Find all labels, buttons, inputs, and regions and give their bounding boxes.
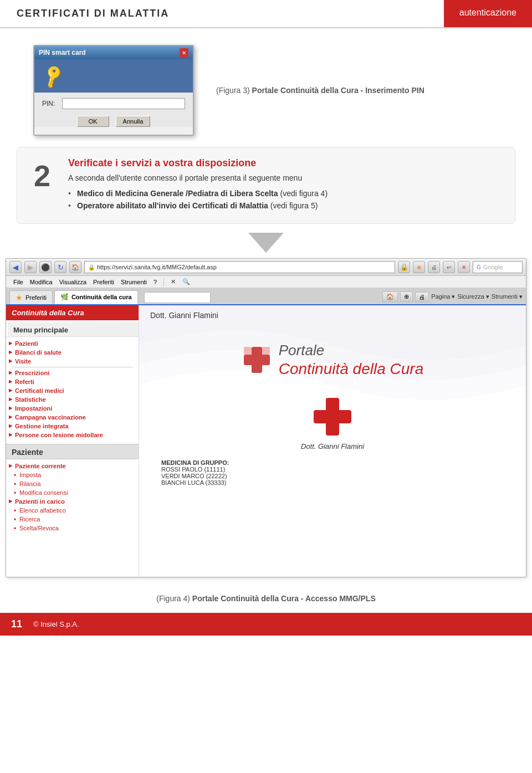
medicina-info: MEDICINA DI GRUPPO: ROSSI PAOLO (11111) … (161, 459, 229, 486)
figure4-caption: (Figura 4) Portale Continuità della Cura… (0, 594, 532, 603)
bullet1-normal: (vedi figura 4) (280, 189, 328, 198)
pin-dialog-body: 🔑 PIN: OK Annulla (34, 59, 193, 127)
pin-ok-button[interactable]: OK (77, 116, 109, 127)
browser-address-bar[interactable]: 🔒 https://servizi.sanita.fvg.it/MMG2/def… (84, 261, 395, 273)
doctor-name-header: Dott. Gianni Flamini (150, 311, 218, 320)
menu-search2[interactable]: 🔍 (180, 277, 193, 286)
browser-refresh-button[interactable]: ↻ (54, 261, 66, 273)
browser-sidebar: Continuità della Cura Menu principale ▶P… (6, 305, 139, 577)
portal-text: Portale Continuità della Cura (279, 342, 424, 378)
pin-field-row: PIN: (42, 98, 185, 109)
menu-file[interactable]: File (11, 278, 26, 286)
sidebar-ricerca[interactable]: •Ricerca (6, 515, 139, 524)
browser-back-button[interactable]: ◀ (9, 261, 22, 273)
pin-cancel-button[interactable]: Annulla (116, 116, 151, 127)
continuita-label: Continuità della Cura (279, 360, 424, 378)
sidebar-scelta-revoca[interactable]: •Scelta/Revoca (6, 524, 139, 533)
portal-logo-area: Portale Continuità della Cura (242, 342, 424, 378)
pin-input[interactable] (62, 98, 185, 109)
svg-rect-2 (244, 347, 252, 355)
sidebar-header: Continuità della Cura (6, 305, 139, 320)
arrow-shape (248, 233, 284, 253)
browser-close-icon[interactable]: ✕ (458, 261, 470, 273)
sidebar-item-visite[interactable]: ▶Visite (6, 357, 139, 366)
step-title: Verificate i servizi a vostra disposizio… (68, 157, 498, 169)
browser-address-text: https://servizi.sanita.fvg.it/MMG2/defau… (97, 264, 391, 270)
doctor-info-area: Dott. Gianni Flamini (301, 395, 364, 451)
toolbar-pagina[interactable]: Pagina ▾ (431, 293, 455, 300)
bullet1-bold: Medico di Medicina Generale /Pediatra di… (77, 189, 278, 198)
step2-section: 2 Verificate i servizi a vostra disposiz… (17, 147, 515, 224)
sidebar-paziente-corrente[interactable]: ▶Paziente corrente (6, 462, 139, 470)
sidebar-elenco-alfa[interactable]: •Elenco alfabetico (6, 506, 139, 515)
sidebar-paziente-menu: ▶Paziente corrente •Imposta •Rilascia •M… (6, 459, 139, 535)
pin-dialog-close-button[interactable]: ✕ (180, 48, 188, 57)
menu-strumenti[interactable]: Strumenti (118, 278, 150, 286)
browser-rss-icon[interactable]: ⊕ (413, 261, 425, 273)
tab-preferiti-label: Preferiti (25, 294, 47, 301)
medicina-label: MEDICINA DI GRUPPO: (161, 459, 229, 466)
sidebar-item-bilanci[interactable]: ▶Bilanci di salute (6, 348, 139, 357)
browser-window: ◀ ▶ ⚫ ↻ 🏠 🔒 https://servizi.sanita.fvg.i… (6, 258, 526, 577)
svg-rect-1 (244, 355, 270, 365)
sidebar-item-certificati[interactable]: ▶Certificati medici (6, 386, 139, 395)
sidebar-item-persone[interactable]: ▶Persone con lesione midollare (6, 431, 139, 439)
browser-search-box[interactable]: G Google (473, 261, 523, 273)
pin-dialog-titlebar: PIN smart card ✕ (34, 46, 193, 59)
pin-button-row: OK Annulla (34, 116, 193, 127)
sidebar-item-gestione[interactable]: ▶Gestione integrata (6, 422, 139, 431)
portal-main: Dott. Gianni Flamini Portale Cont (139, 305, 526, 577)
sidebar-pazienti-carico[interactable]: ▶Pazienti in carico (6, 497, 139, 506)
figure4-text: Portale Continuità della Cura - Accesso … (192, 594, 376, 603)
menu-x[interactable]: ✕ (168, 277, 178, 286)
toolbar-sicurezza[interactable]: Sicurezza ▾ (458, 293, 489, 300)
sidebar-item-pazienti[interactable]: ▶Pazienti (6, 339, 139, 348)
step-description: A seconda dell'utente connesso il portal… (68, 173, 498, 182)
tab-continuita[interactable]: 🌿 Continuità della cura (54, 290, 138, 304)
browser-tabbar: ★ Preferiti 🌿 Continuità della cura 🏠 ⊕ … (6, 288, 526, 305)
sidebar-item-campagna[interactable]: ▶Campagna vaccinazione (6, 413, 139, 422)
svg-rect-3 (262, 347, 270, 355)
toolbar-print-btn[interactable]: 🖨 (415, 292, 429, 302)
menu-visualizza[interactable]: Visualizza (57, 278, 89, 286)
figure3-section: PIN smart card ✕ 🔑 PIN: OK Annulla (Figu… (0, 28, 532, 147)
tab-preferiti[interactable]: ★ Preferiti (9, 290, 53, 304)
browser-forward-button[interactable]: ▶ (24, 261, 37, 273)
sidebar-modifica-consensi[interactable]: •Modifica consensi (6, 488, 139, 497)
browser-lock-icon[interactable]: 🔒 (398, 261, 410, 273)
doctor-3: BIANCHI LUCA (33333) (161, 479, 229, 486)
toolbar-home-btn[interactable]: 🏠 (382, 291, 398, 302)
sidebar-item-impostazioni[interactable]: ▶Impostazioni (6, 404, 139, 413)
sidebar-paziente-title: Paziente (6, 444, 139, 459)
menu-modifica[interactable]: Modifica (27, 278, 55, 286)
menu-help[interactable]: ? (151, 278, 160, 286)
page-icon: 🌿 (60, 293, 69, 301)
arrow-down (0, 233, 532, 253)
google-icon: G (477, 264, 481, 270)
step-bullets: • Medico di Medicina Generale /Pediatra … (68, 189, 498, 210)
sidebar-rilascia[interactable]: •Rilascia (6, 479, 139, 488)
auth-label: autenticazione (444, 0, 532, 27)
sidebar-item-statistiche[interactable]: ▶Statistiche (6, 395, 139, 404)
step-number: 2 (34, 157, 57, 191)
figure4-prefix: (Figura 4) (156, 594, 190, 603)
toolbar-strumenti[interactable]: Strumenti ▾ (492, 293, 523, 300)
step-content: Verificate i servizi a vostra disposizio… (68, 157, 498, 213)
browser-content-area: Continuità della Cura Menu principale ▶P… (6, 305, 526, 577)
search-placeholder: Google (483, 264, 503, 270)
toolbar-feed-btn[interactable]: ⊕ (400, 291, 413, 302)
browser-stop-button[interactable]: ⚫ (39, 261, 52, 273)
browser-back2-icon[interactable]: ↩ (443, 261, 455, 273)
sidebar-item-prescrizioni[interactable]: ▶Prescrizioni (6, 368, 139, 377)
sidebar-imposta[interactable]: •Imposta (6, 470, 139, 479)
menu-preferiti[interactable]: Preferiti (90, 278, 117, 286)
sidebar-item-referti[interactable]: ▶Referti (6, 377, 139, 386)
svg-rect-5 (314, 410, 351, 423)
tab-search-input[interactable] (144, 292, 211, 303)
bullet2-bold: Operatore abilitato all'invio dei Certif… (77, 201, 268, 210)
portal-label: Portale (279, 342, 424, 359)
sidebar-main-menu: ▶Pazienti ▶Bilanci di salute ▶Visite ▶Pr… (6, 337, 139, 442)
browser-print-icon[interactable]: 🖨 (428, 261, 440, 273)
browser-home-button[interactable]: 🏠 (69, 261, 81, 273)
browser-menubar: File Modifica Visualizza Preferiti Strum… (6, 276, 526, 288)
